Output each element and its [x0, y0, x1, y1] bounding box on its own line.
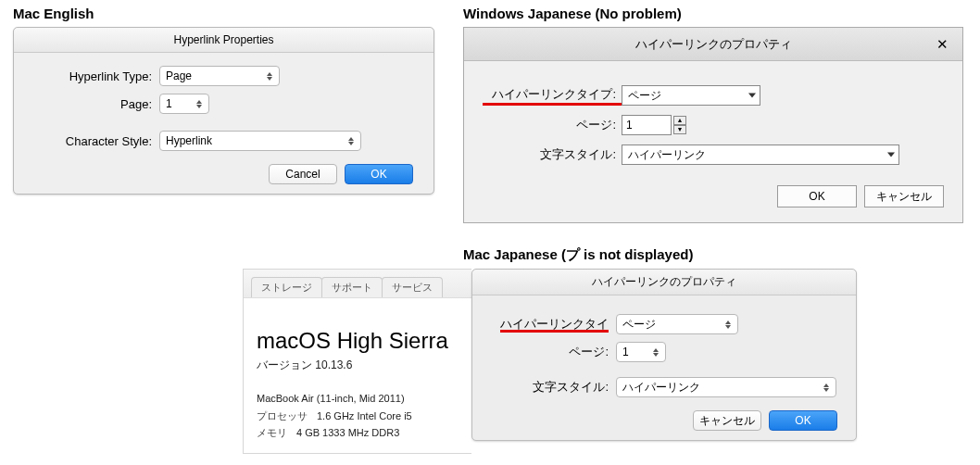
updown-icon	[821, 381, 832, 394]
updown-icon	[650, 346, 661, 358]
updown-icon	[194, 97, 205, 110]
label-page: Page:	[34, 97, 159, 111]
label-char-style: Character Style:	[34, 134, 159, 148]
select-value: ハイパーリンク	[628, 147, 706, 163]
select-char-style[interactable]: ハイパーリンク	[622, 145, 899, 165]
select-value: Page	[166, 69, 192, 82]
dialog-hyperlink-mac-jp: ハイパーリンクのプロパティ ハイパーリンクタイ ページ ページ: 1 文字スタイ…	[471, 269, 857, 441]
about-this-mac-panel: ストレージ サポート サービス macOS High Sierra バージョン …	[243, 269, 471, 454]
label-hyperlink-type: ハイパーリンクタイプ:	[483, 86, 622, 106]
spinner-page[interactable]: 1	[159, 94, 209, 114]
cancel-button[interactable]: キャンセル	[864, 185, 944, 207]
select-value: ハイパーリンク	[622, 380, 700, 396]
select-value: Hyperlink	[166, 134, 212, 147]
cancel-button[interactable]: キャンセル	[693, 410, 761, 431]
close-icon: ✕	[936, 36, 949, 53]
spinner-value: 1	[166, 97, 172, 110]
mem-value: 4 GB 1333 MHz DDR3	[296, 427, 399, 438]
select-value: ページ	[628, 88, 661, 104]
dialog-title: ハイパーリンクのプロパティ	[472, 270, 856, 295]
select-hyperlink-type[interactable]: ページ	[622, 85, 760, 106]
dialog-title: Hyperlink Properties	[14, 28, 433, 53]
label-page: ページ:	[491, 344, 616, 360]
chevron-down-icon	[748, 94, 756, 98]
heading-windows-japanese: Windows Japanese (No problem)	[463, 6, 963, 21]
dialog-title: ハイパーリンクのプロパティ	[635, 36, 792, 53]
ok-button[interactable]: OK	[769, 410, 837, 431]
select-hyperlink-type[interactable]: ページ	[616, 314, 738, 334]
ok-button[interactable]: OK	[777, 185, 857, 207]
label-hyperlink-type-truncated: ハイパーリンクタイ	[491, 316, 616, 333]
updown-icon	[346, 134, 357, 147]
heading-mac-japanese: Mac Japanese (プ is not displayed)	[463, 246, 693, 264]
select-char-style[interactable]: ハイパーリンク	[616, 377, 836, 397]
tab-service[interactable]: サービス	[382, 277, 443, 297]
select-char-style[interactable]: Hyperlink	[159, 131, 361, 151]
cancel-button[interactable]: Cancel	[269, 164, 337, 184]
tab-support[interactable]: サポート	[321, 277, 383, 297]
spin-down-icon[interactable]: ▼	[673, 125, 686, 134]
model-line: MacBook Air (11-inch, Mid 2011)	[257, 390, 462, 408]
spinner-page[interactable]: ▲ ▼	[622, 115, 686, 135]
cpu-label: プロセッサ	[257, 410, 308, 421]
close-button[interactable]: ✕	[929, 34, 955, 55]
select-hyperlink-type[interactable]: Page	[159, 66, 280, 86]
label-char-style: 文字スタイル:	[491, 379, 616, 396]
cpu-value: 1.6 GHz Intel Core i5	[317, 410, 412, 421]
ok-button[interactable]: OK	[345, 164, 413, 184]
updown-icon	[264, 69, 275, 82]
os-version: バージョン 10.13.6	[257, 358, 462, 373]
tab-storage[interactable]: ストレージ	[251, 277, 322, 297]
spinner-input[interactable]	[622, 115, 672, 135]
spinner-value: 1	[622, 346, 629, 358]
os-title: macOS High Sierra	[257, 328, 462, 354]
spin-up-icon[interactable]: ▲	[673, 116, 686, 125]
mem-label: メモリ	[257, 427, 287, 438]
spinner-page[interactable]: 1	[616, 342, 666, 362]
label-page: ページ:	[483, 117, 622, 133]
label-char-style: 文字スタイル:	[483, 146, 622, 163]
dialog-hyperlink-win-jp: ハイパーリンクのプロパティ ✕ ハイパーリンクタイプ: ページ ページ: ▲	[463, 27, 963, 223]
dialog-hyperlink-mac-en: Hyperlink Properties Hyperlink Type: Pag…	[13, 27, 434, 195]
heading-mac-english: Mac English	[13, 6, 434, 21]
label-hyperlink-type: Hyperlink Type:	[34, 69, 159, 83]
chevron-down-icon	[887, 153, 895, 157]
updown-icon	[722, 318, 734, 331]
select-value: ページ	[622, 317, 656, 333]
